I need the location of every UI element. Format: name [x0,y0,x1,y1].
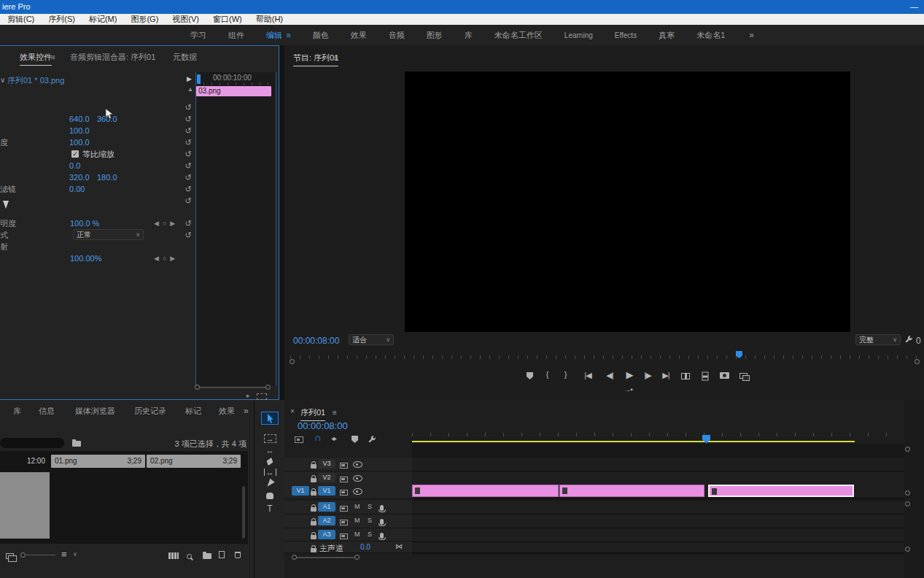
lane-a1[interactable] [412,501,904,515]
timeline-timecode[interactable]: 00:00:08:00 [298,420,348,431]
ec-scroll-knob-right[interactable] [265,385,271,390]
snap-magnet-icon[interactable]: ∩ [314,432,321,443]
lane-a3[interactable] [412,528,904,542]
ec-h-scrollbar[interactable] [197,387,270,388]
anchor-x-value[interactable]: 320.0 [69,172,90,183]
panel-menu-icon[interactable]: ≡ [51,53,55,61]
program-scroll-knob-right[interactable] [915,359,920,364]
lane-master[interactable] [412,542,904,553]
timeline-h-scrollbar[interactable] [295,557,357,558]
tab-history[interactable]: 历史记录 [115,406,166,417]
speed-value[interactable]: 100.00% [70,253,101,264]
collapse-chevron-icon[interactable]: ∨ [0,76,5,84]
hand-tool[interactable] [261,489,279,502]
add-marker-icon[interactable] [527,372,533,381]
fit-select[interactable]: 适合 ∨ [349,334,394,345]
new-bin-icon[interactable] [203,552,211,560]
lane-v2[interactable] [412,471,904,485]
v-scroll-knob-4[interactable] [905,547,910,552]
mute-button[interactable]: M [354,517,360,524]
menu-item-view[interactable]: 视图(V) [172,14,199,25]
menu-item-markers[interactable]: 标记(M) [89,14,117,25]
reset-scale-icon[interactable]: ↺ [183,125,193,136]
mute-button[interactable]: M [354,531,360,538]
workspace-tab-editing[interactable]: 编辑≡ [255,30,302,41]
solo-button[interactable]: S [368,503,372,510]
folder-icon[interactable] [72,439,81,448]
tab-info[interactable]: 信息 [21,406,55,417]
track-target-a2[interactable]: A2 [318,516,335,525]
toggle-effects-icon[interactable] [257,393,267,400]
timeline-scroll-knob-right[interactable] [354,555,360,560]
lock-icon[interactable] [311,488,317,497]
solo-button[interactable]: S [368,517,372,524]
track-target-v1[interactable]: V1 [318,486,335,496]
scale-value[interactable]: 100.0 [69,125,90,136]
close-tab-icon[interactable]: × [290,407,295,415]
settings-wrench-icon[interactable] [904,335,913,345]
reset-position-icon[interactable]: ↺ [183,113,193,125]
go-to-out-icon[interactable]: ▶| [658,371,674,380]
menu-item-sequence[interactable]: 序列(S) [48,14,75,25]
anti-flicker-value[interactable]: 0.00 [69,183,85,195]
step-forward-icon[interactable]: |▶ [640,371,656,380]
timeline-add-marker-icon[interactable] [352,436,358,444]
step-back-icon[interactable]: ◀| [602,371,618,380]
program-timecode[interactable]: 00:00:08:00 [293,336,339,346]
effect-controls-timeline[interactable] [195,72,276,386]
ec-scroll-knob-left[interactable] [195,385,200,390]
linked-selection-icon[interactable]: ◂▸ [331,434,335,442]
sync-lock-icon[interactable] [340,518,348,527]
window-minimize-button[interactable]: — [910,0,918,14]
reset-scale-width-icon[interactable]: ↺ [183,136,193,148]
workspace-tab-learning-cn[interactable]: 学习 [179,30,217,41]
menu-item-clip[interactable]: 剪辑(C) [7,14,34,25]
project-items-area[interactable]: 12:00 01.png 3;29 02.png 3;29 [0,451,248,544]
tab-program-monitor[interactable]: 节目: 序列01 [293,53,338,66]
lock-icon[interactable] [311,504,317,513]
ec-playhead[interactable] [197,74,201,84]
tab-effect-controls[interactable]: 效果控件 [20,52,52,66]
new-item-icon[interactable] [219,551,225,560]
reset-opacity-value-icon[interactable]: ↺ [183,217,193,229]
lock-icon[interactable] [311,475,317,484]
reset-anti-flicker-icon[interactable]: ↺ [183,183,193,195]
go-to-in-icon[interactable]: |◀ [580,371,596,380]
source-patch-v1[interactable]: V1 [292,486,309,496]
lift-icon[interactable] [681,372,690,381]
track-target-v2[interactable]: V2 [318,473,335,482]
lock-icon[interactable] [311,461,317,470]
mark-in-icon[interactable]: { [541,370,553,379]
show-keyframes-icon[interactable]: ⋈ [395,542,403,550]
solo-button[interactable]: S [368,531,372,538]
track-target-a1[interactable]: A1 [318,502,335,512]
speed-keyframe-nav[interactable]: ◀○▶ [154,253,179,264]
timeline-settings-wrench-icon[interactable] [368,435,376,445]
reset-anchor-icon[interactable]: ↺ [183,172,193,183]
workspace-tab-graphics[interactable]: 图形 [416,30,454,41]
v-scroll-knob-2[interactable] [905,490,910,496]
item-cell-timecode[interactable]: 12:00 [0,455,50,468]
reset-opacity-icon[interactable]: ↺ [183,195,193,207]
track-output-eye-icon[interactable] [353,488,362,496]
item-01png[interactable]: 01.png 3;29 [51,455,145,468]
playback-resolution-select[interactable]: 完整 ∨ [855,334,901,345]
menu-item-help[interactable]: 帮助(H) [256,14,283,25]
rotation-value[interactable]: 0.0 [69,160,80,172]
workspace-tab-audio[interactable]: 音频 [378,30,416,41]
program-panel-menu-icon[interactable]: ≡ [334,54,338,62]
project-overflow-icon[interactable]: » [235,406,249,417]
sync-lock-icon[interactable] [340,504,348,513]
ec-clip-bar[interactable]: 03.png [196,86,271,96]
workspace-tab-libraries[interactable]: 库 [454,30,484,41]
pen-tool[interactable] [261,477,279,490]
sync-lock-icon[interactable] [340,461,348,470]
menu-item-window[interactable]: 窗口(W) [213,14,242,25]
workspace-tab-unnamed-workspace[interactable]: 未命名工作区 [484,30,554,41]
sync-lock-icon[interactable] [340,488,348,497]
master-volume-value[interactable]: 0.0 [360,543,370,551]
play-button[interactable]: ▶ [621,369,637,380]
tab-audio-clip-mixer[interactable]: 音频剪辑混合器: 序列01 [70,52,155,63]
workspace-tab-effects[interactable]: 效果 [340,30,378,41]
track-output-eye-icon[interactable] [353,461,362,469]
